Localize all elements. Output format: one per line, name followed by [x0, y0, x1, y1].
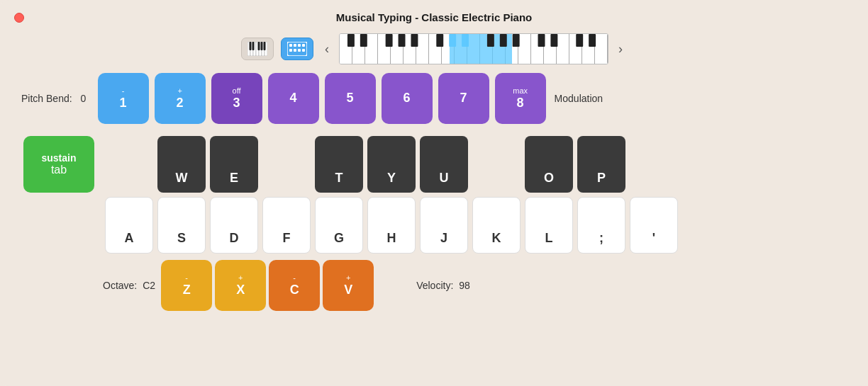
velocity-container: Velocity: 98	[416, 280, 470, 291]
keyboard-view-button[interactable]	[281, 38, 313, 60]
wkey	[544, 34, 557, 64]
key-A[interactable]: A	[105, 197, 153, 254]
pitch-btn-1-top: -	[122, 86, 125, 96]
white-keys-row	[340, 34, 608, 64]
keys-layout: W E T Y U O P	[100, 134, 680, 311]
pitch-btn-3-top: off	[233, 86, 241, 96]
wkey	[442, 34, 455, 64]
wkey	[531, 34, 544, 64]
key-J[interactable]: J	[420, 197, 468, 254]
key-semicolon[interactable]: ;	[577, 197, 625, 254]
pitch-btn-3-bot: 3	[233, 96, 240, 111]
main-content: Pitch Bend: 0 - 1 + 2 off 3 4	[0, 73, 868, 311]
svg-rect-17	[289, 49, 292, 52]
key-Y[interactable]: Y	[367, 136, 416, 193]
wkey	[493, 34, 506, 64]
octave-value: C2	[143, 280, 155, 291]
octave-btn-C-bot: C	[290, 283, 299, 298]
pitch-btn-3[interactable]: off 3	[211, 73, 262, 124]
wkey	[340, 34, 352, 64]
octave-btn-C[interactable]: - C	[269, 260, 320, 311]
pitch-btn-8-bot: 8	[517, 96, 524, 111]
wkey	[378, 34, 391, 64]
key-K[interactable]: K	[472, 197, 521, 254]
octave-btn-X[interactable]: + X	[215, 260, 266, 311]
pitch-btn-8[interactable]: max 8	[495, 73, 546, 124]
octave-btn-Z[interactable]: - Z	[161, 260, 212, 311]
wkey	[569, 34, 582, 64]
pitch-btn-6-bot: 6	[404, 91, 411, 106]
pitch-bend-value: 0	[81, 93, 92, 104]
key-apostrophe[interactable]: '	[630, 197, 678, 254]
key-S[interactable]: S	[157, 197, 206, 254]
key-U[interactable]: U	[420, 136, 468, 193]
key-G[interactable]: G	[315, 197, 363, 254]
svg-rect-11	[264, 42, 266, 50]
nav-left-button[interactable]: ‹	[321, 40, 333, 58]
main-window: Musical Typing - Classic Electric Piano	[0, 0, 868, 386]
key-W[interactable]: W	[157, 136, 206, 193]
white-keys-row-main: A S D F G H J K L ; '	[100, 195, 680, 256]
key-O[interactable]: O	[525, 136, 573, 193]
velocity-value: 98	[459, 280, 470, 291]
wkey	[455, 34, 467, 64]
piano-navigation: ‹	[321, 33, 627, 64]
pitch-btn-2-top: +	[177, 86, 182, 96]
pitch-btn-1-bot: 1	[120, 96, 127, 111]
pitch-btn-2[interactable]: + 2	[155, 73, 206, 124]
wkey	[467, 34, 480, 64]
wkey	[506, 34, 518, 64]
wkey	[352, 34, 365, 64]
pitch-btn-4-bot: 4	[290, 91, 297, 106]
toolbar: ‹	[0, 29, 868, 73]
key-F[interactable]: F	[262, 197, 311, 254]
key-P[interactable]: P	[577, 136, 625, 193]
keyboard-icon	[287, 42, 307, 56]
octave-btn-Z-top: -	[185, 273, 188, 283]
modulation-label: Modulation	[555, 93, 603, 104]
piano-strip[interactable]	[339, 33, 608, 64]
sustain-top-label: sustain	[41, 152, 76, 164]
svg-rect-7	[250, 42, 252, 50]
key-L[interactable]: L	[525, 197, 573, 254]
octave-btn-X-top: +	[238, 273, 243, 283]
key-T[interactable]: T	[315, 136, 363, 193]
wkey	[365, 34, 378, 64]
svg-rect-14	[294, 44, 296, 47]
sustain-bot-label: tab	[51, 164, 67, 176]
svg-rect-8	[252, 42, 255, 50]
sustain-button[interactable]: sustain tab	[23, 136, 94, 193]
pitch-btn-8-top: max	[513, 86, 528, 96]
pitch-btn-7[interactable]: 7	[438, 73, 489, 124]
pitch-btn-7-bot: 7	[460, 91, 467, 106]
octave-label: Octave:	[103, 280, 137, 291]
svg-rect-13	[289, 44, 292, 47]
nav-right-button[interactable]: ›	[614, 40, 627, 58]
svg-rect-20	[302, 49, 305, 52]
piano-icon	[247, 42, 267, 56]
octave-btn-C-top: -	[293, 273, 296, 283]
close-button[interactable]	[14, 13, 24, 23]
piano-view-button[interactable]	[241, 38, 274, 60]
velocity-label: Velocity:	[416, 280, 453, 291]
wkey	[557, 34, 569, 64]
svg-rect-16	[302, 44, 305, 47]
pitch-bend-label: Pitch Bend:	[21, 93, 72, 104]
octave-btn-Z-bot: Z	[183, 283, 191, 298]
key-D[interactable]: D	[210, 197, 258, 254]
octave-btn-V[interactable]: + V	[323, 260, 374, 311]
key-H[interactable]: H	[367, 197, 416, 254]
black-keys-row: W E T Y U O P	[100, 134, 680, 195]
pitch-btn-5[interactable]: 5	[325, 73, 376, 124]
octave-btn-V-bot: V	[344, 283, 352, 298]
key-E[interactable]: E	[210, 136, 258, 193]
pitch-btn-2-bot: 2	[177, 96, 184, 111]
keyboard-area: sustain tab W E T Y	[21, 134, 847, 311]
wkey	[404, 34, 416, 64]
pitch-btn-6[interactable]: 6	[382, 73, 433, 124]
pitch-btn-1[interactable]: - 1	[98, 73, 149, 124]
pitch-btn-4[interactable]: 4	[268, 73, 319, 124]
wkey	[595, 34, 608, 64]
svg-rect-18	[294, 49, 296, 52]
pitch-btn-5-bot: 5	[347, 91, 354, 106]
